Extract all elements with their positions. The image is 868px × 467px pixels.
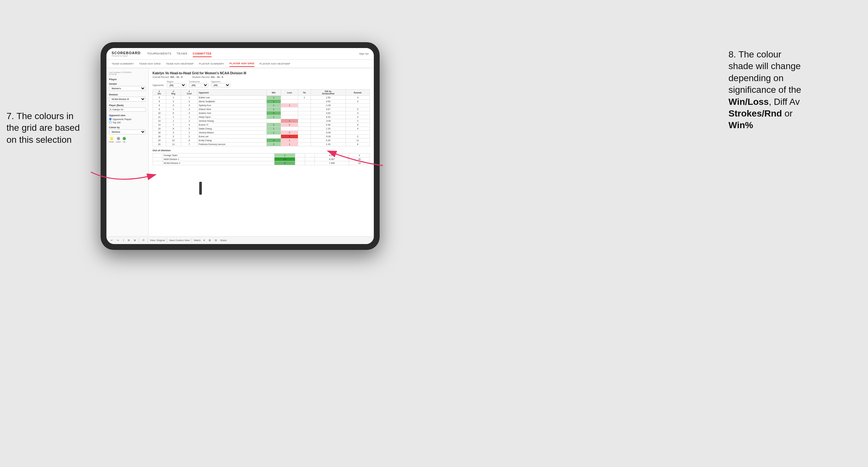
- cell-opponent: Emily Chang: [197, 138, 267, 143]
- cell-tie: [305, 161, 315, 165]
- clock-button[interactable]: ⏱: [141, 239, 146, 242]
- table-row: 20 11 7 Federica Domecq Lacroze 2 1 1.33…: [153, 143, 370, 146]
- colour-by-select[interactable]: Win/loss: [109, 129, 146, 134]
- cell-loss: [295, 161, 305, 165]
- copy-button[interactable]: ⧉: [127, 239, 131, 242]
- cell-loss: 1: [281, 138, 298, 143]
- region-select[interactable]: (All): [167, 83, 186, 87]
- cell-loss: [281, 115, 298, 119]
- division-select[interactable]: NCAA Division III: [109, 97, 146, 101]
- sign-out-button[interactable]: Sign out: [359, 52, 369, 55]
- cell-tie: [305, 157, 315, 161]
- table-row: 14 7 4 Eunice Yi 2 2 0.38 9: [153, 123, 370, 127]
- cell-tie: [298, 103, 311, 107]
- cell-opponent: Jessica Mason: [197, 131, 267, 135]
- cell-opponent: NCAA Division 2: [162, 161, 275, 165]
- cell-win: 2: [267, 143, 281, 146]
- redo-button[interactable]: ↪: [116, 239, 120, 242]
- cell-rounds: 4: [346, 111, 370, 115]
- cell-rounds: 3: [346, 107, 370, 111]
- tablet-screen: SCOREBOARD Powered by clippd TOURNAMENTS…: [106, 48, 374, 244]
- opponents-label: Opponents:: [153, 84, 164, 87]
- timestamp: Last Updated: 27/03/2024 16:55:38: [109, 71, 146, 75]
- conference-select[interactable]: (All): [189, 83, 208, 87]
- cell-opponent: Alexis Sudjianto: [197, 100, 267, 103]
- tab-team-summary[interactable]: TEAM SUMMARY: [112, 61, 134, 66]
- cell-opponent: NAIA Division 1: [162, 157, 275, 161]
- cell-loss: 1: [281, 103, 298, 107]
- out-of-division-header: Out of division: [153, 149, 370, 152]
- cell-rounds: 4: [346, 96, 370, 100]
- cell-div: 13: [153, 119, 166, 123]
- cell-opponent: Andrea York: [197, 111, 267, 115]
- division-section: Division NCAA Division III: [109, 93, 146, 101]
- cell-reg: 3: [166, 103, 181, 107]
- radio-top100[interactable]: Top 100: [109, 121, 146, 124]
- grid-button[interactable]: ⊟: [214, 239, 218, 242]
- cell-opponent: Jessica Huang: [197, 119, 267, 123]
- filter-conference: Conference (All): [189, 81, 208, 87]
- cell-conf: 1: [181, 119, 197, 123]
- sub-navigation: TEAM SUMMARY TEAM H2H GRID TEAM H2H HEAT…: [106, 60, 374, 68]
- nav-item-committee[interactable]: COMMITTEE: [193, 51, 212, 57]
- cell-conf: 6: [181, 138, 197, 143]
- cell-diff: 1.25: [311, 127, 346, 131]
- annotation-left: 7. The colours in the grid are based on …: [6, 110, 91, 146]
- cell-win: 1: [267, 96, 281, 100]
- opponent-view-label: Opponent view: [109, 114, 146, 117]
- table-row: 6 3 3 Sydney Kuo 1 1 -1.00: [153, 103, 370, 107]
- tab-player-h2h-heatmap[interactable]: PLAYER H2H HEATMAP: [259, 61, 290, 66]
- watch-chevron[interactable]: ▾: [203, 239, 206, 242]
- view-original-button[interactable]: View: Original: [150, 239, 165, 242]
- filter-row: Opponents: Region (All) Conference (All): [153, 81, 370, 87]
- cell-tie: [298, 119, 311, 123]
- tab-team-h2h-heatmap[interactable]: TEAM H2H HEATMAP: [166, 61, 194, 66]
- cell-loss: 3: [281, 135, 298, 138]
- cell-loss: 1: [281, 143, 298, 146]
- logo-sub: Powered by clippd: [112, 55, 141, 57]
- grid-records: Overall Record: 353 - 34 - 6 Division Re…: [153, 75, 370, 79]
- cell-win: 5: [275, 161, 295, 165]
- back-button[interactable]: ⟨: [122, 239, 125, 242]
- gender-select[interactable]: Women's: [109, 86, 146, 91]
- tablet-frame: SCOREBOARD Powered by clippd TOURNAMENTS…: [101, 42, 380, 250]
- radio-opponents-played[interactable]: Opponents Played: [109, 118, 146, 120]
- table-row: 16 3 1 Jessica Mason 1 2 -0.94: [153, 131, 370, 135]
- save-custom-button[interactable]: Save Custom View: [169, 239, 189, 242]
- cell-diff: -5.00: [311, 135, 346, 138]
- cell-rounds: 10: [349, 161, 370, 165]
- tab-team-h2h-grid[interactable]: TEAM H2H GRID: [139, 61, 161, 66]
- cell-loss: [281, 100, 298, 103]
- th-loss: Loss: [281, 90, 298, 96]
- cell-reg: 7: [166, 123, 181, 127]
- cell-spacer: [153, 157, 162, 161]
- cell-tie: [298, 111, 311, 115]
- division-record: Division Record: 331 - 34 - 6: [192, 75, 223, 79]
- cell-reg: 1: [166, 119, 181, 123]
- nav-item-teams[interactable]: TEAMS: [177, 51, 188, 57]
- paste-button[interactable]: ⊕: [133, 239, 137, 242]
- cell-conf: 1: [181, 131, 197, 135]
- toolbar-separator3: [167, 238, 167, 243]
- nav-items: TOURNAMENTS TEAMS COMMITTEE: [147, 51, 359, 57]
- cell-div: 19: [153, 138, 166, 143]
- opponent-select[interactable]: (All): [211, 83, 230, 87]
- tab-player-summary[interactable]: PLAYER SUMMARY: [199, 61, 224, 66]
- cell-win: 15: [275, 157, 295, 161]
- undo-button[interactable]: ↩: [110, 239, 114, 242]
- table-row: 3 1 1 Esther Lee 1 1 1.50 4: [153, 96, 370, 100]
- tab-player-h2h-grid[interactable]: PLAYER H2H GRID: [229, 61, 254, 67]
- layout-button[interactable]: ⊞: [208, 239, 212, 242]
- th-tie: Tie: [298, 90, 311, 96]
- cell-tie: [298, 135, 311, 138]
- share-button[interactable]: Share: [220, 239, 226, 242]
- cell-win: [267, 119, 281, 123]
- filter-opponent: Opponent (All): [211, 81, 230, 87]
- toolbar-separator: [139, 238, 139, 243]
- nav-item-tournaments[interactable]: TOURNAMENTS: [147, 51, 171, 57]
- watch-button[interactable]: Watch: [194, 239, 200, 242]
- th-diff: Diff AvStrokes/Rnd: [311, 90, 346, 96]
- cell-conf: 2: [181, 100, 197, 103]
- toolbar-separator4: [191, 238, 192, 243]
- cell-div: 11: [153, 115, 166, 119]
